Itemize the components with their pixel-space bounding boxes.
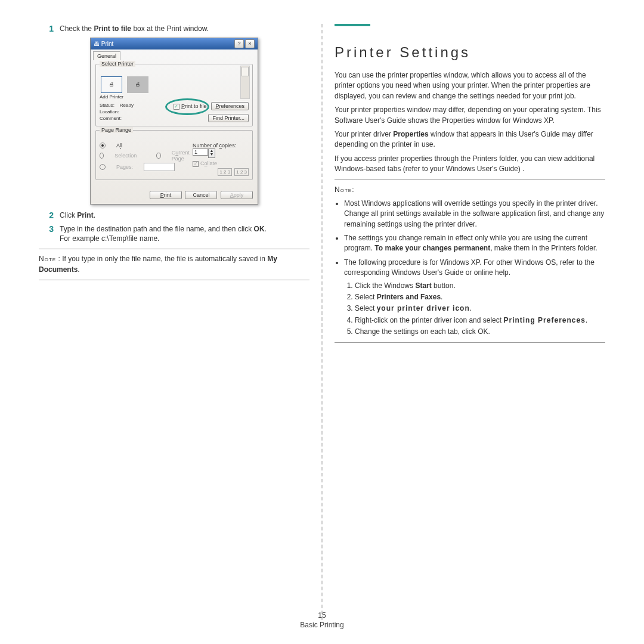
list-item: The settings you change remain in effect… (344, 233, 605, 254)
bold: To make your changes permanent (374, 244, 490, 252)
apply-button[interactable]: Apply (221, 191, 253, 199)
help-button[interactable]: ? (234, 39, 244, 48)
list-item: Right-click on the printer driver icon a… (355, 315, 605, 326)
step-1: 1 Check the Print to file box at the Pri… (39, 24, 309, 34)
select-printer-group: Select Printer 🖨 Add Printer 🖨 (95, 64, 253, 126)
radio-current[interactable] (156, 153, 160, 159)
list-item: Most Windows applications will override … (344, 199, 605, 230)
group-title: Select Printer (100, 61, 135, 67)
copies-label: Number of copies: (193, 143, 236, 148)
text: . (94, 211, 95, 219)
label: Add Printer (100, 94, 123, 100)
note-label: Note (39, 255, 56, 263)
text: Type in the destination path and the fil… (60, 225, 254, 233)
printer-icon: 🖨 (127, 76, 148, 93)
paragraph: If you access printer properties through… (335, 154, 605, 175)
cancel-button[interactable]: Cancel (185, 191, 217, 199)
title-bar: 🖶 Print ? × (91, 38, 258, 49)
label: All (116, 143, 122, 148)
bold: Print (77, 211, 93, 219)
label: Pages: (116, 164, 133, 170)
list-item: Click the Windows Start button. (355, 281, 605, 291)
status-label: Status: (100, 103, 114, 108)
divider (39, 280, 309, 280)
tab-general[interactable]: General (93, 51, 120, 60)
close-button[interactable]: × (245, 39, 255, 48)
list-item: Change the settings on each tab, click O… (355, 327, 605, 337)
text: . (78, 265, 79, 274)
printer-item[interactable]: 🖨 (127, 76, 148, 100)
bold: OK (254, 225, 265, 233)
text: The following procedure is for Windows X… (344, 258, 595, 277)
heading-printer-settings: Printer Settings (335, 44, 605, 61)
text: , make them in the Printers folder. (490, 244, 597, 252)
step-number: 2 (39, 210, 60, 221)
divider (39, 249, 309, 249)
copies-input[interactable]: 1 (193, 148, 208, 156)
radio-pages[interactable] (100, 164, 106, 170)
step-3: 3 Type in the destination path and the f… (39, 224, 309, 244)
note-label: Note (335, 185, 352, 194)
find-printer-button[interactable]: Find Printer... (208, 114, 249, 122)
dialog-buttons: Print Cancel Apply (91, 188, 258, 204)
paragraph: You can use the printer properties windo… (335, 70, 605, 101)
pages-input[interactable] (144, 163, 175, 171)
step-text: Check the Print to file box at the Print… (60, 24, 309, 34)
print-dialog: 🖶 Print ? × General Select Printer 🖨 Add… (90, 38, 258, 205)
left-column: 1 Check the Print to file box at the Pri… (27, 24, 321, 620)
collate-checkbox[interactable]: ✓ (193, 161, 199, 167)
note-header: Note: (335, 185, 605, 195)
text: . (265, 225, 267, 233)
paragraph: Your printer driver Properties window th… (335, 129, 605, 150)
label: Current Page (172, 150, 193, 162)
tab-row: General (91, 49, 258, 60)
note-list: Most Windows applications will override … (344, 199, 605, 338)
text: Check the (60, 24, 94, 33)
label: Selection (114, 153, 137, 159)
divider (335, 179, 605, 180)
preferences-button[interactable]: Preferences (211, 102, 249, 110)
title-text: Print (101, 41, 114, 47)
page-footer: 15 Basic Printing (0, 611, 644, 629)
printer-icon: 🖶 (94, 41, 100, 47)
radio-selection[interactable] (100, 153, 104, 159)
step-number: 1 (39, 24, 60, 34)
note-block: Note : If you type in only the file name… (39, 254, 309, 275)
heading-rule (335, 24, 605, 26)
text: Click (60, 211, 77, 219)
radio-all[interactable] (100, 143, 106, 148)
text: box at the Print window. (131, 24, 209, 33)
page-number: 15 (0, 611, 644, 620)
step-2: 2 Click Print. (39, 210, 309, 221)
collate-label: Collate (200, 160, 217, 166)
step-number: 3 (39, 224, 60, 244)
paragraph: Your printer properties window may diffe… (335, 105, 605, 126)
spinner[interactable]: ▲▼ (208, 148, 215, 158)
page-range-group: Page Range All Selection Current Page Pa… (95, 130, 253, 180)
status-value: Ready (120, 103, 134, 108)
collate-graphic: 1 2 3 1 2 3 (193, 168, 249, 176)
scrollbar[interactable] (240, 66, 250, 99)
divider (335, 342, 605, 343)
print-to-file-checkbox[interactable]: ✓Print to file (174, 103, 207, 109)
sub-list: Click the Windows Start button. Select P… (355, 281, 605, 338)
text: For example c:\Temp\file name. (60, 234, 159, 243)
step-text: Click Print. (60, 210, 309, 221)
status-block: Status: Ready Location: Comment: (100, 102, 134, 122)
bold: Print to file (94, 24, 131, 33)
colon: : (352, 185, 354, 194)
group-title: Page Range (100, 127, 133, 133)
comment-label: Comment: (100, 116, 122, 121)
step-text: Type in the destination path and the fil… (60, 224, 309, 244)
text: : If you type in only the file name, the… (56, 255, 267, 263)
list-item: The following procedure is for Windows X… (344, 258, 605, 338)
add-printer-item[interactable]: 🖨 Add Printer (100, 76, 123, 100)
add-printer-icon: 🖨 (101, 76, 122, 93)
right-column: Printer Settings You can use the printer… (323, 24, 617, 620)
list-item: Select Printers and Faxes. (355, 292, 605, 302)
text: Your printer driver (335, 130, 393, 138)
location-label: Location: (100, 109, 119, 114)
list-item: Select your printer driver icon. (355, 304, 605, 314)
print-button[interactable]: Print (150, 191, 182, 199)
bold: Properties (393, 130, 428, 138)
